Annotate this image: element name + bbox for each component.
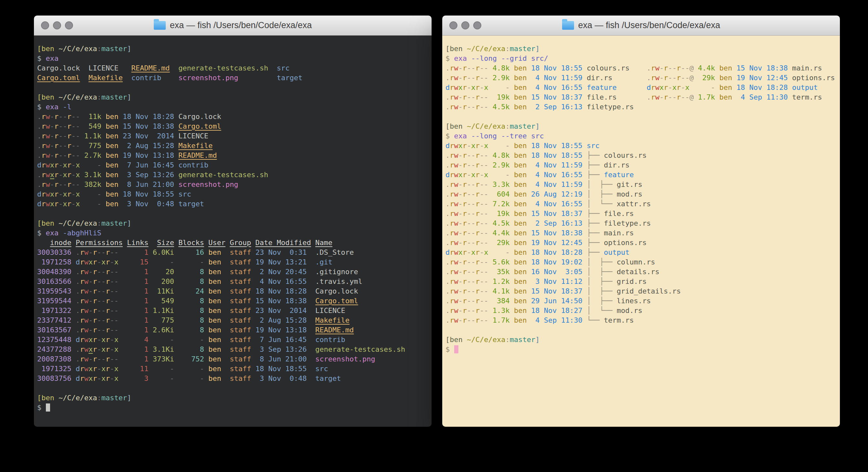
terminal-text-segment — [251, 316, 255, 324]
terminal-text-segment: ben — [105, 142, 119, 150]
terminal-text-segment: r — [450, 258, 454, 266]
terminal-line — [37, 209, 429, 218]
terminal-text-segment: - — [480, 248, 484, 256]
terminal-text-segment: - — [467, 142, 471, 150]
terminal-text-segment — [148, 287, 153, 295]
terminal-text-segment: . — [445, 268, 450, 276]
titlebar[interactable]: exa — fish /Users/ben/Code/exa/exa — [442, 16, 840, 35]
terminal-text-segment: r — [67, 161, 71, 169]
terminal-text-segment — [510, 190, 514, 198]
zoom-button[interactable] — [65, 21, 73, 29]
terminal-text-segment — [583, 74, 587, 82]
minimize-button[interactable] — [53, 21, 61, 29]
terminal-text-segment: ~/C/e/exa — [59, 394, 97, 402]
terminal-text-segment — [204, 297, 208, 305]
terminal-text-segment: 15 Nov 18:38 — [255, 297, 307, 305]
terminal-line: $ — [445, 345, 837, 354]
terminal-text-segment: r — [450, 287, 454, 295]
terminal-text-segment — [204, 268, 208, 276]
close-button[interactable] — [41, 21, 49, 29]
terminal-text-segment: ben — [105, 171, 119, 179]
terminal-text-segment — [510, 161, 514, 169]
terminal-text-segment — [148, 345, 153, 353]
terminal-text-segment: 19 Nov 13:21 — [255, 258, 307, 266]
terminal-text-segment: - — [484, 277, 488, 286]
terminal-text-segment: Size — [157, 239, 174, 247]
terminal-text-segment: r — [463, 190, 467, 198]
terminal-text-segment — [119, 335, 127, 344]
terminal-text-segment: r — [475, 297, 480, 305]
terminal-text-segment: .git — [315, 258, 332, 266]
terminal-text-segment — [174, 316, 178, 324]
terminal-text-segment: - — [97, 365, 101, 373]
terminal-text-segment: - — [110, 345, 114, 353]
terminal-text-segment: - — [471, 287, 475, 295]
terminal-text-segment: . — [647, 74, 651, 82]
titlebar[interactable]: exa — fish /Users/ben/Code/exa/exa — [34, 16, 432, 35]
terminal-line: 1971325 drwxr-xr-x 11 - - ben staff 18 N… — [37, 364, 429, 374]
terminal-text-segment: - — [97, 374, 101, 382]
terminal-text-segment — [583, 200, 587, 208]
terminal-text-segment: inode — [50, 239, 71, 247]
terminal-text-segment: - — [467, 248, 471, 256]
terminal-text-segment: - — [110, 297, 114, 305]
terminal-text-segment: 604 — [489, 190, 510, 198]
terminal-text-segment: - — [484, 74, 488, 82]
terminal-text-segment — [119, 355, 127, 363]
minimize-button[interactable] — [461, 21, 469, 29]
terminal-text-segment: Makefile — [89, 74, 123, 82]
terminal-text-segment: d — [37, 200, 41, 208]
zoom-button[interactable] — [473, 21, 481, 29]
terminal-text-segment: 1971258 — [37, 258, 71, 266]
terminal-text-segment: - — [71, 151, 75, 159]
terminal-text-segment — [148, 355, 153, 363]
terminal-text-segment: - — [63, 132, 67, 140]
terminal-text-segment — [527, 190, 531, 198]
terminal-text-segment — [119, 316, 127, 324]
terminal-text-segment — [527, 277, 531, 286]
terminal-text-segment: r — [93, 268, 97, 276]
terminal-text-segment: w — [84, 277, 89, 286]
terminal-text-segment: - — [71, 200, 75, 208]
terminal-content-dark[interactable]: [ben ~/C/e/exa:master]$ exaCargo.lock LI… — [34, 35, 432, 427]
terminal-text-segment — [583, 316, 587, 324]
terminal-text-segment: r — [80, 374, 84, 382]
terminal-text-segment: r — [67, 122, 71, 130]
terminal-text-segment — [221, 335, 230, 344]
terminal-text-segment — [170, 64, 179, 72]
terminal-text-segment: - — [71, 161, 75, 169]
terminal-text-segment: - — [467, 229, 471, 237]
close-button[interactable] — [450, 21, 458, 29]
terminal-text-segment — [510, 200, 514, 208]
terminal-text-segment: $ — [445, 132, 454, 140]
terminal-line: [ben ~/C/e/exa:master] — [445, 122, 837, 131]
terminal-text-segment: - — [50, 132, 54, 140]
terminal-text-segment: - — [458, 277, 463, 286]
terminal-text-segment: r — [80, 316, 84, 324]
terminal-text-segment: 3.3k — [489, 180, 510, 188]
terminal-text-segment: - — [110, 374, 114, 382]
terminal-text-segment — [527, 151, 531, 159]
terminal-text-segment: - — [471, 229, 475, 237]
terminal-text-segment — [527, 219, 531, 227]
terminal-text-segment — [148, 277, 153, 286]
terminal-text-segment: d — [75, 365, 80, 373]
terminal-text-segment: - — [484, 306, 488, 315]
terminal-text-segment: d — [445, 83, 450, 91]
terminal-text-segment — [527, 103, 531, 111]
terminal-text-segment: . — [445, 200, 450, 208]
terminal-text-segment: r — [463, 229, 467, 237]
terminal-text-segment: ben — [514, 64, 527, 72]
terminal-text-segment: . — [75, 277, 80, 286]
terminal-text-segment: ben — [208, 335, 221, 344]
terminal-text-segment — [527, 287, 531, 295]
terminal-text-segment: - — [114, 316, 118, 324]
terminal-text-segment: - — [489, 171, 510, 179]
terminal-text-segment: r — [67, 180, 71, 188]
terminal-text-segment — [527, 258, 531, 266]
terminal-text-segment: master — [510, 45, 535, 53]
terminal-line: 30083756 drwxr-xr-x 3 - - ben staff 3 No… — [37, 374, 429, 383]
terminal-text-segment — [527, 142, 531, 150]
terminal-text-segment — [204, 326, 208, 334]
terminal-content-light[interactable]: [ben ~/C/e/exa:master]$ exa --long --gri… — [442, 35, 840, 427]
